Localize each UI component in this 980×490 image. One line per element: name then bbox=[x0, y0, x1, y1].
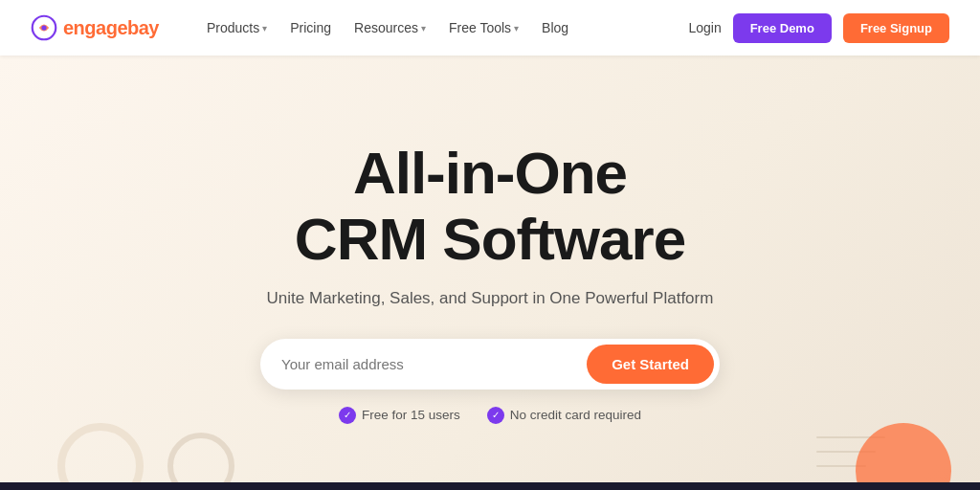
chevron-down-icon: ▾ bbox=[514, 23, 519, 33]
nav-free-tools[interactable]: Free Tools ▾ bbox=[439, 14, 528, 41]
free-demo-button[interactable]: Free Demo bbox=[733, 13, 832, 43]
trust-badges: ✓ Free for 15 users ✓ No credit card req… bbox=[339, 407, 641, 424]
deco-circle-left bbox=[57, 423, 144, 490]
nav-resources[interactable]: Resources ▾ bbox=[345, 14, 435, 41]
hero-section: All-in-One CRM Software Unite Marketing,… bbox=[0, 56, 980, 490]
free-signup-button[interactable]: Free Signup bbox=[843, 13, 949, 43]
check-icon-2: ✓ bbox=[487, 407, 504, 424]
bottom-bar bbox=[0, 482, 980, 490]
login-link[interactable]: Login bbox=[688, 20, 721, 35]
deco-circle-left2 bbox=[167, 433, 234, 490]
hero-subtitle: Unite Marketing, Sales, and Support in O… bbox=[267, 289, 714, 308]
chevron-down-icon: ▾ bbox=[262, 23, 267, 33]
nav-links: Products ▾ Pricing Resources ▾ Free Tool… bbox=[197, 14, 688, 41]
free-users-badge: ✓ Free for 15 users bbox=[339, 407, 460, 424]
hero-title: All-in-One CRM Software bbox=[295, 141, 685, 271]
nav-products[interactable]: Products ▾ bbox=[197, 14, 277, 41]
nav-right: Login Free Demo Free Signup bbox=[688, 13, 949, 43]
email-input[interactable] bbox=[281, 356, 587, 372]
logo-icon bbox=[31, 14, 57, 41]
logo-text: engagebay bbox=[63, 17, 159, 39]
check-icon: ✓ bbox=[339, 407, 356, 424]
navbar: engagebay Products ▾ Pricing Resources ▾… bbox=[0, 0, 980, 56]
get-started-button[interactable]: Get Started bbox=[587, 345, 714, 384]
logo[interactable]: engagebay bbox=[31, 14, 159, 41]
nav-pricing[interactable]: Pricing bbox=[280, 14, 341, 41]
no-credit-card-badge: ✓ No credit card required bbox=[487, 407, 641, 424]
nav-blog[interactable]: Blog bbox=[532, 14, 578, 41]
chevron-down-icon: ▾ bbox=[421, 23, 426, 33]
email-form: Get Started bbox=[260, 339, 720, 390]
svg-point-1 bbox=[41, 25, 46, 30]
